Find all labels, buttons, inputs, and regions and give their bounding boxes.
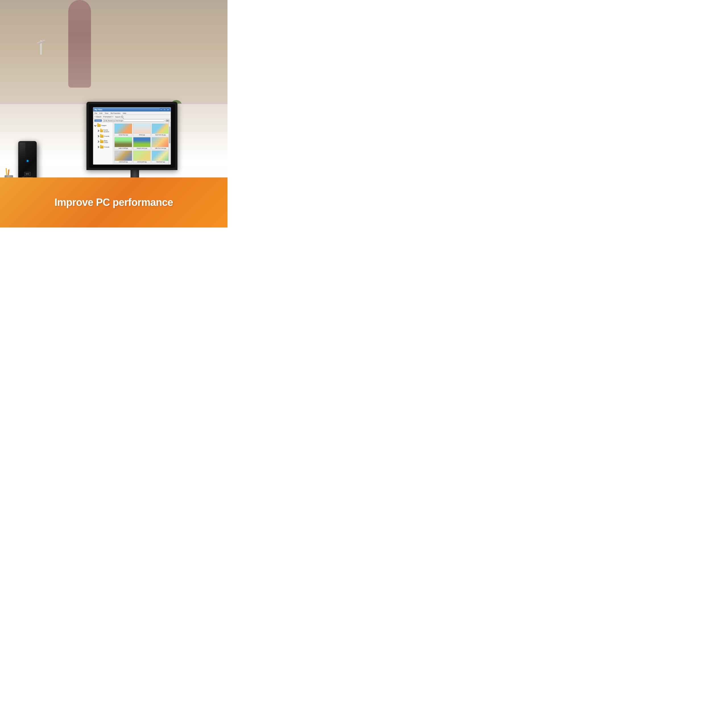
monitor: My Files — □ ✕ File Edit View My Favorit… [86,102,183,182]
folder-expand-arrow [97,141,99,143]
folder-icon [97,124,101,127]
address-label: Location: [95,119,102,122]
photo-image [133,124,151,134]
file-explorer-window: My Files — □ ✕ File Edit View My Favorit… [93,107,171,165]
menu-view[interactable]: View [105,112,109,114]
photo-image [133,138,151,147]
window-controls[interactable]: — □ ✕ [160,109,170,111]
photo-filename: beach-kite-day.jpg [152,134,169,136]
forward-button[interactable]: Forward » [103,115,113,118]
photo-thumbnail[interactable]: newport winery.jpg [133,137,151,150]
minimize-button[interactable]: — [160,109,163,111]
promo-banner: Improve PC performance [0,177,228,228]
folder-name: Images [101,125,106,126]
search-icon [121,116,123,118]
photo-thumbnail[interactable]: hello-from-maui.jpg [151,137,170,150]
photo-thumbnail[interactable]: chloe1.jpg [133,124,151,136]
folder-expand-arrow [97,146,99,148]
folder-family-vacation[interactable]: Family vacation [97,128,112,133]
photo-image [152,138,169,147]
photo-thumbnail[interactable]: beach-kite-day.jpg [151,124,170,136]
photo-image [152,151,169,161]
go-button[interactable]: GO [165,119,170,122]
folder-icon [100,129,102,132]
photo-filename: central-park.jpg [115,161,132,163]
content-area: Images Family vacation [93,122,171,164]
scrollbar[interactable] [168,122,171,164]
toolbar: « Back Forward » Search [93,115,171,119]
folder-name: Friends [104,135,109,137]
menubar: File Edit View My Favorites Help [93,112,171,115]
photo-filename: sadie-in-field.jpg [115,147,132,149]
photo-filename: chloe1.jpg [133,134,151,136]
scrollbar-thumb[interactable] [169,127,170,143]
folder-icon [100,135,104,138]
folder-expand-arrow [97,130,99,132]
folder-expand-arrow [97,135,99,138]
kitchen-faucet [34,32,51,55]
photo-filename: central-park2.jpg [133,161,151,163]
monitor-screen: My Files — □ ✕ File Edit View My Favorit… [86,102,177,170]
address-input[interactable]: E:\My Backed Up Files\Images [103,119,164,122]
wd-logo: WD [24,172,31,176]
folder-tree-sidebar: Images Family vacation [93,122,113,164]
menu-favorites[interactable]: My Favorites [111,112,120,114]
person-silhouette [68,0,91,87]
menu-file[interactable]: File [95,112,97,114]
monitor-bezel: My Files — □ ✕ File Edit View My Favorit… [89,104,175,168]
photo-thumbnail[interactable]: europe-day1.jpg [114,124,132,136]
photo-filename: maui-beach.jpg [152,161,169,163]
window-title: My Files [95,109,102,111]
folder-baby-chloe[interactable]: Baby Chloe [97,139,112,144]
folder-name: Friends [104,146,109,148]
folder-friends-2[interactable]: Friends [97,145,112,149]
hd-led-indicator [27,160,28,162]
banner-text: Improve PC performance [54,196,173,208]
back-button[interactable]: « Back [95,115,101,118]
folder-expand-arrow [94,124,96,127]
folder-name: Family vacation [104,129,112,133]
folder-name: Baby Chloe [104,140,112,143]
photo-grid: europe-day1.jpgchloe1.jpgbeach-kite-day.… [113,122,171,164]
menu-help[interactable]: Help [122,112,126,114]
photo-image [115,138,132,147]
photo-thumbnail[interactable]: central-park2.jpg [133,150,151,163]
maximize-button[interactable]: □ [163,109,166,111]
photo-filename: newport winery.jpg [133,147,151,149]
folder-icon [100,145,104,148]
photo-image [133,151,151,161]
close-button[interactable]: ✕ [167,109,170,111]
folder-images[interactable]: Images [94,124,112,127]
photo-thumbnail[interactable]: sadie-in-field.jpg [114,137,132,150]
photo-thumbnail[interactable]: central-park.jpg [114,150,132,163]
photo-filename: europe-day1.jpg [115,134,132,136]
photo-thumbnail[interactable]: maui-beach.jpg [151,150,170,163]
folder-icon [100,140,104,143]
folder-friends[interactable]: Friends [97,134,112,138]
photo-image [115,124,132,134]
photo-image [152,124,169,134]
search-button[interactable]: Search [115,116,123,118]
address-bar: Location: E:\My Backed Up Files\Images G… [93,119,171,122]
photo-filename: hello-from-maui.jpg [152,147,169,149]
photo-image [115,151,132,161]
titlebar: My Files — □ ✕ [93,107,171,112]
menu-edit[interactable]: Edit [99,112,102,114]
